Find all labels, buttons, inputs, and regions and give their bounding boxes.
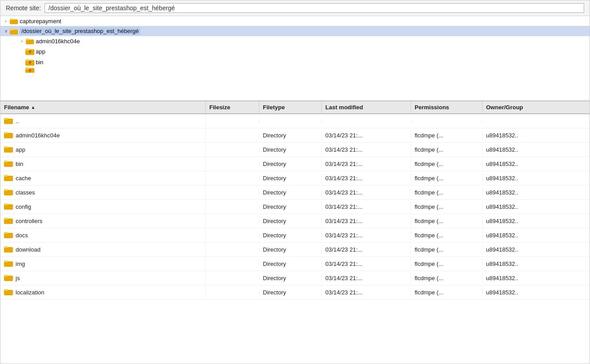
table-row[interactable]: admin016khc04e Directory 03/14/23 21:...… <box>0 128 590 143</box>
table-row[interactable]: .. <box>0 114 590 128</box>
filesize-cell <box>206 291 259 294</box>
tree-item-label: admin016khc04e <box>36 38 80 45</box>
file-name-cell: app <box>0 144 206 156</box>
folder-icon <box>4 188 13 197</box>
filename-text: app <box>16 146 25 153</box>
owner-group-cell: u89418532.. <box>482 173 590 183</box>
last-modified-cell: 03/14/23 21:... <box>322 173 411 183</box>
table-row[interactable]: app Directory 03/14/23 21:... flcdmpe (.… <box>0 143 590 157</box>
filesize-cell <box>206 134 259 137</box>
filesize-cell <box>206 177 259 180</box>
folder-icon <box>4 260 13 268</box>
file-name-cell: .. <box>0 115 206 127</box>
remote-site-path-input[interactable] <box>45 3 584 13</box>
svg-rect-5 <box>26 39 29 41</box>
filename-text: img <box>16 261 25 267</box>
owner-group-cell: u89418532.. <box>482 244 590 255</box>
table-row[interactable]: localization Directory 03/14/23 21:... f… <box>0 285 590 300</box>
file-name-cell: admin016khc04e <box>0 129 206 141</box>
folder-icon <box>4 145 13 154</box>
filesize-cell <box>206 191 259 194</box>
filetype-cell: Directory <box>259 159 322 169</box>
folder-icon <box>4 231 13 240</box>
table-row[interactable]: controllers Directory 03/14/23 21:... fl… <box>0 214 590 228</box>
tree-item-partial[interactable]: ? <box>0 67 590 73</box>
file-name-cell: cache <box>0 172 206 184</box>
tree-item-admin016khc04e[interactable]: › admin016khc04e <box>0 36 590 46</box>
filesize-cell <box>206 248 259 252</box>
tree-item-app[interactable]: ? app <box>0 46 590 57</box>
filesize-cell <box>206 262 259 266</box>
tree-item-capturepayment[interactable]: › capturepayment <box>0 16 590 26</box>
header-last-modified[interactable]: Last modified <box>322 101 411 113</box>
remote-site-bar: Remote site: <box>0 0 590 16</box>
filesize-cell <box>206 277 259 280</box>
tree-panel: › capturepayment ∨ /dossier_où_le_site_p… <box>0 16 590 101</box>
permissions-cell: flcdmpe (... <box>411 287 482 298</box>
filename-text: config <box>16 203 31 210</box>
file-name-cell: js <box>0 272 206 284</box>
table-row[interactable]: cache Directory 03/14/23 21:... flcdmpe … <box>0 171 590 186</box>
folder-icon <box>9 28 18 35</box>
svg-rect-3 <box>10 29 13 30</box>
file-list[interactable]: .. admin016khc04e Directory 03/14/23 21:… <box>0 114 590 364</box>
owner-group-cell: u89418532.. <box>482 145 590 155</box>
folder-icon <box>4 160 13 168</box>
file-name-cell: classes <box>0 186 206 199</box>
file-name-cell: img <box>0 258 206 270</box>
tree-item-dossier[interactable]: ∨ /dossier_où_le_site_prestashop_est_héb… <box>0 26 590 36</box>
filetype-cell: Directory <box>259 202 322 212</box>
table-row[interactable]: classes Directory 03/14/23 21:... flcdmp… <box>0 186 590 200</box>
header-permissions[interactable]: Permissions <box>411 101 482 113</box>
file-name-cell: config <box>0 201 206 213</box>
filetype-cell: Directory <box>259 173 322 183</box>
last-modified-cell: 03/14/23 21:... <box>322 130 411 141</box>
folder-icon <box>4 203 13 211</box>
last-modified-cell: 03/14/23 21:... <box>322 216 411 226</box>
owner-group-cell: u89418532.. <box>482 187 590 198</box>
header-filetype-label: Filetype <box>263 104 285 111</box>
svg-rect-24 <box>4 175 8 177</box>
table-row[interactable]: js Directory 03/14/23 21:... flcdmpe (..… <box>0 271 590 285</box>
table-row[interactable]: config Directory 03/14/23 21:... flcdmpe… <box>0 200 590 214</box>
owner-group-cell: u89418532.. <box>482 216 590 226</box>
file-name-cell: bin <box>0 158 206 170</box>
svg-text:?: ? <box>29 69 31 73</box>
filename-text: bin <box>16 161 23 167</box>
filename-text: admin016khc04e <box>16 132 60 139</box>
last-modified-cell: 03/14/23 21:... <box>322 145 411 155</box>
svg-rect-22 <box>4 161 8 162</box>
table-row[interactable]: download Directory 03/14/23 21:... flcdm… <box>0 243 590 257</box>
table-row[interactable]: bin Directory 03/14/23 21:... flcdmpe (.… <box>0 157 590 171</box>
filename-text: cache <box>16 175 31 182</box>
header-owner-group-label: Owner/Group <box>486 104 523 111</box>
permissions-cell: flcdmpe (... <box>411 173 482 183</box>
permissions-cell <box>411 120 482 123</box>
folder-icon <box>25 37 34 45</box>
permissions-cell: flcdmpe (... <box>411 130 482 141</box>
tree-item-bin[interactable]: ? bin <box>0 57 590 67</box>
filetype-cell: Directory <box>259 130 322 141</box>
header-filesize[interactable]: Filesize <box>206 101 259 113</box>
filetype-cell: Directory <box>259 216 322 226</box>
owner-group-cell: u89418532.. <box>482 273 590 283</box>
svg-rect-1 <box>10 19 13 21</box>
last-modified-cell: 03/14/23 21:... <box>322 244 411 255</box>
svg-rect-36 <box>4 261 8 262</box>
filetype-cell: Directory <box>259 230 322 240</box>
svg-rect-26 <box>4 189 8 191</box>
tree-item-label: app <box>36 48 46 55</box>
owner-group-cell: u89418532.. <box>482 287 590 298</box>
tree-item-label: bin <box>36 59 43 66</box>
header-filetype[interactable]: Filetype <box>259 101 322 113</box>
table-row[interactable]: img Directory 03/14/23 21:... flcdmpe (.… <box>0 257 590 271</box>
header-filename[interactable]: Filename ▲ <box>0 101 206 113</box>
filename-text: .. <box>16 118 19 124</box>
folder-question-icon: ? <box>25 58 34 66</box>
permissions-cell: flcdmpe (... <box>411 216 482 226</box>
table-row[interactable]: docs Directory 03/14/23 21:... flcdmpe (… <box>0 228 590 243</box>
header-owner-group[interactable]: Owner/Group <box>482 101 590 113</box>
permissions-cell: flcdmpe (... <box>411 273 482 283</box>
permissions-cell: flcdmpe (... <box>411 202 482 212</box>
folder-icon <box>4 131 13 140</box>
